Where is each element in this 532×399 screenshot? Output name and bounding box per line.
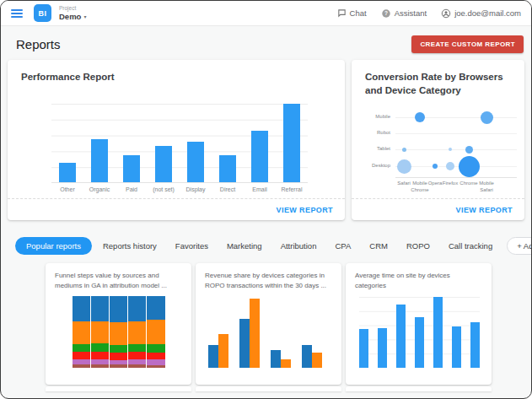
x-tick-label: Direct bbox=[212, 186, 244, 192]
stacked-bar bbox=[128, 296, 146, 368]
tab-popular-reports[interactable]: Popular reports bbox=[15, 237, 92, 255]
user-menu[interactable]: joe.doe@mail.com bbox=[441, 8, 521, 19]
bars bbox=[51, 104, 308, 182]
bar bbox=[302, 345, 312, 368]
bubble bbox=[446, 162, 454, 170]
tab-ropo[interactable]: ROPO bbox=[397, 237, 439, 255]
bar-segment bbox=[91, 296, 109, 321]
bar-segment bbox=[73, 344, 90, 352]
bar-cell bbox=[116, 104, 148, 182]
row-label: Robot bbox=[352, 130, 390, 135]
bubble bbox=[481, 111, 493, 124]
assistant-button[interactable]: ? Assistant bbox=[381, 8, 427, 19]
bar-group bbox=[208, 334, 228, 368]
bar-segment bbox=[110, 353, 127, 360]
project-selector[interactable]: Project Demo ▾ bbox=[59, 5, 86, 21]
tab-call-tracking[interactable]: Call tracking bbox=[439, 237, 502, 255]
app-window: BI Project Demo ▾ Chat ? Assistant joe bbox=[0, 0, 532, 399]
popular-reports-row: Funnel steps value by sources and medium… bbox=[1, 255, 531, 385]
bar bbox=[155, 146, 172, 182]
tab-cpa[interactable]: CPA bbox=[325, 237, 360, 255]
bubble bbox=[459, 156, 480, 177]
row-gridline bbox=[395, 149, 517, 150]
bar-group bbox=[271, 350, 291, 368]
chat-button[interactable]: Chat bbox=[337, 8, 367, 18]
bubble bbox=[449, 148, 452, 151]
bar-cell bbox=[212, 104, 244, 182]
bar bbox=[359, 329, 368, 368]
bar-segment bbox=[73, 352, 90, 359]
bar bbox=[250, 299, 260, 368]
add-report-set-button[interactable]: + Add report set bbox=[507, 237, 532, 255]
x-tick-label: Email bbox=[244, 186, 276, 192]
tab-favorites[interactable]: Favorites bbox=[166, 237, 218, 255]
page-head: Reports CREATE CUSTOM REPORT bbox=[1, 26, 531, 60]
mini-card-title: Funnel steps value by sources and medium… bbox=[46, 263, 191, 290]
bar-segment bbox=[147, 359, 164, 365]
average-time-report-card[interactable]: Average time on site by devices categori… bbox=[346, 263, 492, 385]
bar bbox=[452, 326, 461, 368]
bar-group bbox=[239, 299, 260, 368]
bar-segment bbox=[147, 365, 164, 368]
bar-cell bbox=[276, 104, 308, 182]
stacked-bar bbox=[73, 296, 90, 368]
performance-bar-chart: OtherOrganicPaid(not set)DisplayDirectEm… bbox=[51, 104, 308, 192]
bar-cell bbox=[148, 104, 180, 182]
bar-segment bbox=[147, 353, 164, 359]
tab-crm[interactable]: CRM bbox=[360, 237, 397, 255]
app-logo: BI bbox=[34, 4, 51, 22]
bar bbox=[251, 131, 268, 182]
bar bbox=[59, 163, 76, 182]
stacked-bar bbox=[147, 296, 164, 368]
view-report-link[interactable]: VIEW REPORT bbox=[456, 206, 513, 214]
tab-reports-history[interactable]: Reports history bbox=[94, 237, 166, 255]
revenue-share-report-card[interactable]: Revenue share by devices categories in R… bbox=[196, 263, 341, 385]
row-gridline bbox=[395, 166, 517, 167]
row-label: Desktop bbox=[352, 163, 390, 168]
bar-segment bbox=[91, 343, 109, 352]
bar bbox=[415, 317, 424, 368]
conversion-bubble-chart: MobileRobotTabletDesktopSafariMobile Chr… bbox=[352, 100, 524, 191]
performance-report-card: Performance Report OtherOrganicPaid(not … bbox=[8, 60, 345, 220]
bar-segment bbox=[91, 352, 109, 359]
x-tick-label: Display bbox=[180, 186, 212, 192]
menu-icon[interactable] bbox=[11, 9, 23, 18]
chat-label: Chat bbox=[350, 8, 367, 18]
bar-segment bbox=[128, 321, 146, 344]
x-axis-labels: OtherOrganicPaid(not set)DisplayDirectEm… bbox=[51, 186, 308, 192]
bar-segment bbox=[128, 296, 146, 321]
bar-segment bbox=[73, 296, 90, 321]
avg-time-bar-chart bbox=[359, 297, 480, 368]
card-footer: VIEW REPORT bbox=[352, 198, 524, 220]
stacked-bar bbox=[110, 296, 127, 368]
bar-segment bbox=[110, 345, 127, 353]
create-custom-report-button[interactable]: CREATE CUSTOM REPORT bbox=[411, 35, 524, 53]
bar-segment bbox=[110, 322, 127, 345]
bar bbox=[239, 319, 250, 368]
project-name: Demo bbox=[59, 12, 81, 21]
report-card-stub[interactable] bbox=[346, 386, 492, 391]
bar-cell bbox=[83, 104, 116, 182]
bar-cell bbox=[244, 104, 276, 182]
avatar-icon bbox=[441, 8, 451, 19]
report-set-tabs: Popular reports Reports history Favorite… bbox=[1, 220, 531, 255]
assistant-label: Assistant bbox=[395, 8, 427, 18]
bar bbox=[312, 353, 322, 368]
tab-attribution[interactable]: Attribution bbox=[271, 237, 326, 255]
x-axis-line bbox=[395, 177, 517, 178]
bar-segment bbox=[147, 320, 164, 344]
project-label: Project bbox=[59, 5, 86, 12]
x-tick-label: Other bbox=[51, 186, 83, 192]
column-label: Mobile Safari bbox=[474, 181, 499, 193]
bar bbox=[123, 155, 140, 183]
revenue-grouped-bar-chart bbox=[208, 297, 326, 368]
report-card-stub[interactable] bbox=[196, 386, 341, 391]
bubble bbox=[397, 159, 411, 174]
mini-card-title: Revenue share by devices categories in R… bbox=[196, 263, 341, 290]
topbar: BI Project Demo ▾ Chat ? Assistant joe bbox=[1, 1, 531, 26]
funnel-steps-report-card[interactable]: Funnel steps value by sources and medium… bbox=[46, 263, 191, 385]
view-report-link[interactable]: VIEW REPORT bbox=[277, 206, 333, 214]
bar-cell bbox=[51, 104, 83, 182]
tab-marketing[interactable]: Marketing bbox=[218, 237, 271, 255]
report-card-stub[interactable] bbox=[46, 386, 191, 391]
